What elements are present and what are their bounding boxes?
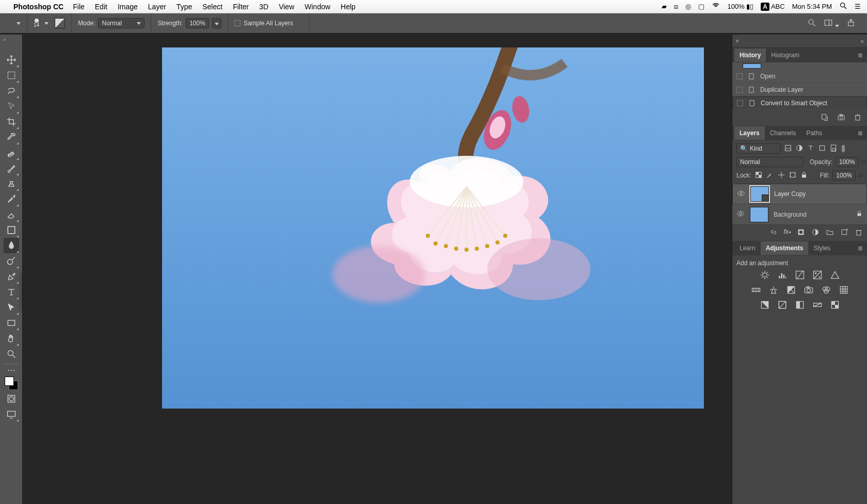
zoom-tool[interactable] — [4, 346, 19, 362]
clone-stamp-tool[interactable] — [4, 176, 19, 191]
screen-mode-icon[interactable] — [4, 407, 19, 422]
color-lookup-icon[interactable] — [839, 285, 849, 297]
hue-saturation-icon[interactable] — [751, 285, 761, 297]
brush-tool[interactable] — [4, 160, 19, 176]
battery-status[interactable]: 100% ▮▯ — [727, 3, 753, 10]
rectangle-tool[interactable] — [4, 315, 19, 331]
lock-all-icon[interactable] — [800, 171, 808, 181]
filter-adjustment-icon[interactable] — [795, 144, 804, 154]
opacity-value[interactable]: 100% — [836, 157, 859, 167]
tab-layers[interactable]: Layers — [734, 126, 765, 140]
levels-icon[interactable] — [777, 270, 788, 282]
filter-shape-icon[interactable] — [818, 144, 826, 154]
new-layer-icon[interactable] — [840, 228, 848, 238]
lock-image-icon[interactable] — [766, 171, 774, 181]
layer-thumbnail[interactable] — [750, 186, 769, 202]
search-icon[interactable] — [807, 18, 816, 29]
photo-filter-icon[interactable] — [804, 285, 814, 297]
link-layers-icon[interactable] — [769, 228, 778, 238]
document-canvas[interactable] — [162, 47, 704, 409]
new-snapshot-icon[interactable] — [837, 113, 845, 123]
blend-mode-select[interactable]: Normal — [736, 157, 804, 167]
adjustments-panel-menu-icon[interactable]: ≣ — [854, 245, 867, 252]
history-item[interactable]: Open — [732, 70, 867, 83]
curves-icon[interactable] — [795, 270, 805, 282]
layer-filter-select[interactable]: 🔍Kind — [736, 143, 781, 154]
brush-panel-icon[interactable] — [55, 18, 65, 28]
layer-item[interactable]: Background — [732, 204, 867, 225]
layer-style-icon[interactable]: fx▾ — [784, 228, 791, 238]
quip-icon[interactable]: ▰ — [662, 3, 667, 10]
new-document-from-state-icon[interactable] — [821, 113, 829, 123]
new-group-icon[interactable] — [826, 228, 834, 238]
menu-edit[interactable]: Edit — [95, 3, 107, 11]
selective-color-icon[interactable] — [830, 300, 840, 312]
tab-histogram[interactable]: Histogram — [766, 48, 805, 62]
layers-panel-menu-icon[interactable]: ≣ — [854, 129, 867, 137]
menu-image[interactable]: Image — [118, 3, 138, 11]
filter-type-icon[interactable] — [807, 144, 815, 154]
panel-close-icon[interactable]: × — [735, 38, 739, 45]
gradient-map-icon[interactable] — [812, 300, 823, 312]
channel-mixer-icon[interactable] — [821, 285, 831, 297]
filter-toggle-icon[interactable] — [842, 145, 845, 152]
tab-channels[interactable]: Channels — [765, 126, 801, 140]
history-item[interactable]: Duplicate Layer — [732, 83, 867, 96]
visibility-icon[interactable] — [737, 189, 745, 199]
layer-mask-icon[interactable] — [797, 228, 805, 238]
quick-select-tool[interactable] — [4, 99, 19, 114]
history-item[interactable]: Convert to Smart Object — [732, 96, 867, 110]
strength-dropdown[interactable] — [212, 18, 221, 28]
lock-transparency-icon[interactable] — [754, 171, 763, 181]
filter-smart-icon[interactable] — [829, 144, 838, 154]
posterize-icon[interactable] — [777, 300, 788, 312]
tab-history[interactable]: History — [734, 48, 766, 62]
menu-select[interactable]: Select — [202, 3, 222, 11]
color-balance-icon[interactable] — [768, 285, 779, 297]
dropbox-icon[interactable]: ⧈ — [674, 3, 678, 11]
menu-type[interactable]: Type — [176, 3, 192, 11]
layer-name[interactable]: Background — [774, 211, 807, 218]
menu-3d[interactable]: 3D — [259, 3, 268, 11]
threshold-icon[interactable] — [795, 300, 805, 312]
wifi-icon[interactable] — [712, 2, 720, 11]
delete-layer-icon[interactable] — [855, 228, 863, 238]
tab-styles[interactable]: Styles — [808, 241, 836, 255]
canvas-area[interactable] — [23, 35, 732, 504]
marquee-tool[interactable] — [4, 68, 19, 83]
edit-toolbar-icon[interactable]: ⋯ — [4, 366, 19, 373]
opacity-dropdown[interactable] — [862, 160, 866, 164]
new-adjustment-layer-icon[interactable] — [811, 228, 820, 238]
pen-tool[interactable] — [4, 269, 19, 284]
spotlight-icon[interactable] — [839, 2, 847, 11]
control-center-icon[interactable]: ☰ — [855, 3, 861, 10]
clock[interactable]: Mon 5:34 PM — [792, 3, 832, 10]
history-snapshot[interactable] — [732, 62, 867, 70]
fill-dropdown[interactable] — [859, 174, 863, 177]
app-name[interactable]: Photoshop CC — [13, 3, 63, 11]
tab-paths[interactable]: Paths — [801, 126, 827, 140]
quick-mask-icon[interactable] — [4, 391, 19, 407]
gradient-tool[interactable] — [4, 222, 19, 238]
menu-help[interactable]: Help — [341, 3, 356, 11]
healing-brush-tool[interactable] — [4, 145, 19, 160]
filter-pixel-icon[interactable] — [784, 144, 792, 154]
move-tool[interactable] — [4, 52, 19, 68]
delete-state-icon[interactable] — [854, 113, 862, 123]
history-panel-menu-icon[interactable]: ≣ — [854, 52, 867, 59]
airplay-icon[interactable]: ▢ — [698, 3, 704, 10]
lock-artboard-icon[interactable] — [789, 171, 797, 181]
color-swatches[interactable] — [4, 376, 19, 391]
menu-view[interactable]: View — [279, 3, 294, 11]
toolbar-collapse-icon[interactable]: » — [3, 37, 6, 42]
mode-select[interactable]: Normal — [98, 18, 145, 28]
layer-item[interactable]: Layer Copy — [732, 184, 867, 204]
black-white-icon[interactable] — [786, 285, 796, 297]
strength-value[interactable]: 100% — [186, 18, 209, 28]
hand-tool[interactable] — [4, 331, 19, 346]
exposure-icon[interactable] — [812, 270, 823, 282]
menu-window[interactable]: Window — [304, 3, 330, 11]
lock-position-icon[interactable] — [777, 171, 785, 181]
workspace-switcher-icon[interactable] — [824, 18, 839, 29]
history-brush-tool[interactable] — [4, 191, 19, 207]
